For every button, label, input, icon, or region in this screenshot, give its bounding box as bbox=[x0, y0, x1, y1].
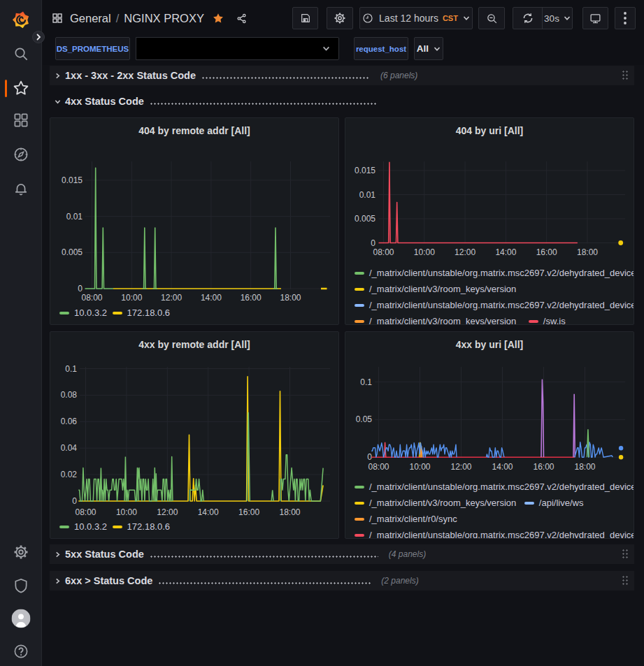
svg-text:18:00: 18:00 bbox=[574, 462, 595, 472]
svg-text:12:00: 12:00 bbox=[157, 507, 178, 517]
svg-text:16:00: 16:00 bbox=[241, 293, 262, 303]
svg-text:12:00: 12:00 bbox=[450, 462, 471, 472]
svg-text:10:00: 10:00 bbox=[116, 507, 137, 517]
svg-text:14:00: 14:00 bbox=[495, 247, 516, 257]
svg-text:10:00: 10:00 bbox=[121, 293, 142, 303]
svg-text:14:00: 14:00 bbox=[198, 507, 219, 517]
svg-text:18:00: 18:00 bbox=[280, 293, 301, 303]
svg-text:16:00: 16:00 bbox=[533, 462, 554, 472]
svg-text:0: 0 bbox=[78, 284, 83, 294]
svg-text:0.02: 0.02 bbox=[61, 470, 78, 479]
svg-text:08:00: 08:00 bbox=[81, 293, 102, 303]
svg-text:08:00: 08:00 bbox=[75, 507, 96, 517]
svg-text:12:00: 12:00 bbox=[455, 247, 475, 257]
svg-text:16:00: 16:00 bbox=[238, 507, 259, 517]
svg-text:0.005: 0.005 bbox=[62, 247, 83, 257]
svg-text:0.01: 0.01 bbox=[359, 190, 376, 200]
svg-text:0.1: 0.1 bbox=[360, 377, 372, 387]
svg-text:08:00: 08:00 bbox=[368, 462, 389, 472]
svg-text:10:00: 10:00 bbox=[409, 462, 430, 472]
svg-text:0: 0 bbox=[72, 496, 77, 506]
svg-text:08:00: 08:00 bbox=[373, 247, 394, 257]
svg-text:18:00: 18:00 bbox=[279, 507, 300, 517]
svg-text:0.06: 0.06 bbox=[61, 417, 78, 426]
svg-text:0.015: 0.015 bbox=[62, 175, 83, 185]
svg-text:0.08: 0.08 bbox=[61, 390, 78, 400]
svg-text:0.1: 0.1 bbox=[65, 364, 77, 374]
svg-text:0.01: 0.01 bbox=[66, 212, 83, 222]
svg-text:18:00: 18:00 bbox=[577, 247, 598, 257]
svg-text:16:00: 16:00 bbox=[536, 247, 557, 257]
svg-text:10:00: 10:00 bbox=[414, 247, 435, 257]
svg-text:14:00: 14:00 bbox=[201, 293, 222, 303]
svg-text:14:00: 14:00 bbox=[492, 462, 513, 472]
svg-text:0.05: 0.05 bbox=[356, 414, 373, 424]
svg-text:0.04: 0.04 bbox=[61, 443, 78, 453]
svg-text:0.005: 0.005 bbox=[355, 214, 375, 224]
svg-text:0.015: 0.015 bbox=[355, 166, 375, 175]
svg-text:12:00: 12:00 bbox=[161, 293, 182, 303]
svg-text:0: 0 bbox=[371, 238, 375, 248]
